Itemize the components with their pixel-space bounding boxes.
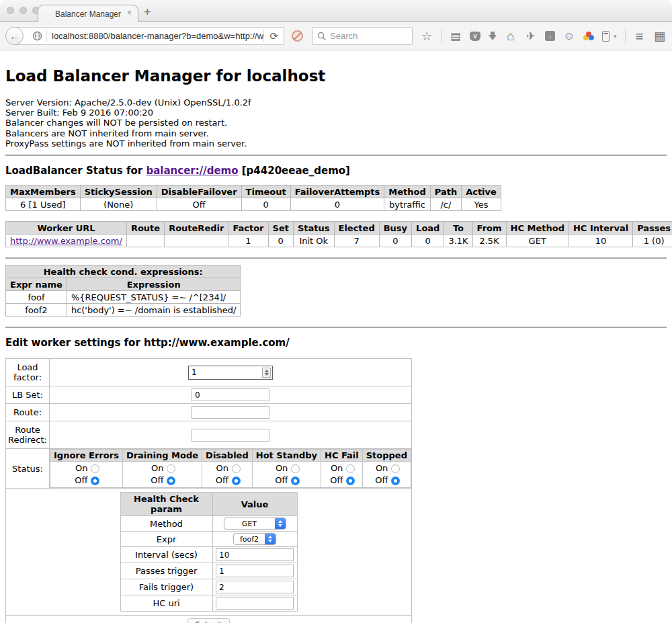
stopped-on-radio[interactable] (391, 464, 400, 473)
expr-name-cell: foof2 (6, 304, 67, 317)
expr-select[interactable]: foof2 (233, 533, 276, 545)
reload-icon[interactable]: ⟳ (264, 30, 284, 42)
passes-trigger-label: Passes trigger (120, 563, 212, 579)
submit-button[interactable]: Submit (187, 618, 230, 623)
ignore-errors-on-radio[interactable] (91, 464, 99, 473)
color-dots-extension-icon[interactable] (583, 32, 594, 41)
new-tab-button[interactable]: + (144, 5, 151, 19)
worker-url-link[interactable]: http://www.example.com/ (10, 236, 122, 246)
draining-mode-off-radio[interactable] (167, 476, 175, 485)
device-battery-icon[interactable] (602, 31, 610, 42)
close-window-button[interactable] (7, 7, 14, 14)
on-label: On (373, 463, 388, 474)
column-header: RouteRedir (165, 222, 228, 235)
table-cell: 1 (0) (633, 235, 672, 247)
tab-balancer-manager[interactable]: Balancer Manager × (38, 5, 138, 22)
hc-fail-off-radio[interactable] (346, 476, 355, 485)
close-tab-icon[interactable]: × (127, 9, 132, 17)
blocked-content-icon[interactable] (292, 30, 303, 42)
stopped-cell: On Off (362, 462, 411, 488)
back-button[interactable]: ← (5, 27, 24, 45)
hot-standby-off-radio[interactable] (291, 476, 300, 485)
download-manager-icon[interactable]: ↓ (545, 31, 555, 41)
minimize-window-button[interactable] (19, 7, 27, 14)
column-header: Load (412, 222, 444, 235)
disabled-on-radio[interactable] (232, 464, 241, 473)
chevron-down-icon[interactable]: ▾ (614, 33, 617, 40)
fails-trigger-input[interactable] (216, 581, 294, 593)
number-spinner-icon[interactable] (262, 368, 271, 378)
url-bar[interactable]: localhost:8880/balancer-manager?b=demo&w… (14, 27, 284, 45)
method-select[interactable]: GET (224, 517, 286, 530)
tab-bar: Balancer Manager × + (0, 0, 672, 22)
health-check-params-row: Health Check param Value Method GET (6, 489, 412, 616)
status-options-cell: Ignore Errors Draining Mode Disabled Hot… (50, 449, 412, 489)
passes-trigger-input[interactable] (216, 565, 294, 577)
load-factor-label: Load factor: (6, 359, 50, 386)
browser-window: Balancer Manager × + ← localhost:8880/ba… (0, 0, 672, 623)
select-stepper-icon (265, 533, 276, 545)
lb-set-input[interactable] (192, 388, 269, 401)
pocket-icon[interactable]: v (470, 32, 480, 41)
hot-standby-on-radio[interactable] (291, 464, 300, 473)
globe-icon (32, 31, 42, 41)
server-built-line: Server Built: Feb 9 2016 07:00:20 (5, 108, 667, 118)
ignore-errors-cell: On Off (50, 462, 123, 488)
reading-list-icon[interactable]: ▤ (450, 31, 462, 42)
downloads-icon[interactable] (489, 35, 497, 40)
feedback-smiley-icon[interactable]: ☺ (563, 31, 575, 42)
menu-hamburger-icon[interactable]: ≡ (634, 31, 646, 42)
ignore-errors-off-radio[interactable] (91, 476, 99, 485)
expr-name-cell: foof (6, 291, 67, 304)
form-field-cell: GET (212, 516, 297, 532)
table-cell: 1 (228, 235, 268, 247)
form-row: Method GET (120, 516, 297, 532)
search-placeholder[interactable]: Search (330, 31, 358, 41)
edit-worker-form: Load factor: LB Set: Route: (5, 358, 412, 623)
bookmark-star-icon[interactable]: ☆ (421, 31, 433, 42)
url-text[interactable]: localhost:8880/balancer-manager?b=demo&w… (52, 31, 263, 41)
column-header: DisableFailover (157, 185, 241, 198)
form-field-cell (50, 359, 412, 386)
table-cell: GET (506, 235, 569, 247)
route-input[interactable] (192, 406, 269, 419)
form-field-cell (212, 579, 297, 595)
draining-mode-cell: On Off (122, 462, 202, 488)
table-row: foof2 hc('body') =~ /domain is establish… (6, 304, 241, 317)
home-icon[interactable]: ⌂ (505, 31, 517, 42)
hc-fail-on-radio[interactable] (346, 464, 355, 473)
hc-uri-label: HC uri (120, 595, 212, 612)
expression-cell: %{REQUEST_STATUS} =~ /^[234]/ (67, 291, 241, 304)
column-header: StickySession (80, 185, 157, 198)
search-icon (317, 32, 326, 40)
balancer-status-table: MaxMembers StickySession DisableFailover… (5, 185, 501, 211)
table-cell: 6 [1 Used] (6, 198, 81, 211)
form-field-cell (212, 595, 297, 612)
column-header: Value (212, 493, 297, 516)
search-bar[interactable]: Search (312, 27, 413, 45)
disabled-off-radio[interactable] (232, 476, 241, 485)
column-header: MaxMembers (6, 185, 81, 198)
disabled-cell: On Off (202, 462, 253, 488)
draining-mode-on-radio[interactable] (167, 464, 175, 473)
back-icon: ← (9, 30, 19, 42)
table-title: Health check cond. expressions: (6, 265, 241, 278)
route-redirect-input[interactable] (192, 429, 269, 442)
balancer-demo-link[interactable]: balancer://demo (146, 165, 238, 177)
worker-status-table: Worker URL Route RouteRedir Factor Set S… (5, 221, 672, 247)
form-field-cell (212, 547, 297, 563)
expr-select-value: foof2 (234, 535, 265, 544)
form-row: LB Set: (6, 386, 412, 404)
stopped-off-radio[interactable] (391, 476, 400, 485)
method-label: Method (120, 516, 212, 532)
urlbar-divider (46, 30, 47, 42)
grid-apps-icon[interactable]: ▦ (654, 31, 666, 42)
load-factor-input[interactable] (189, 367, 262, 378)
hc-uri-input[interactable] (216, 597, 294, 610)
send-tab-icon[interactable]: ✈ (525, 31, 537, 42)
table-cell: 0 (379, 235, 411, 247)
interval-label: Interval (secs) (120, 547, 212, 563)
column-header: Set (268, 222, 293, 235)
interval-input[interactable] (216, 548, 294, 561)
form-row: Route: (6, 404, 412, 421)
